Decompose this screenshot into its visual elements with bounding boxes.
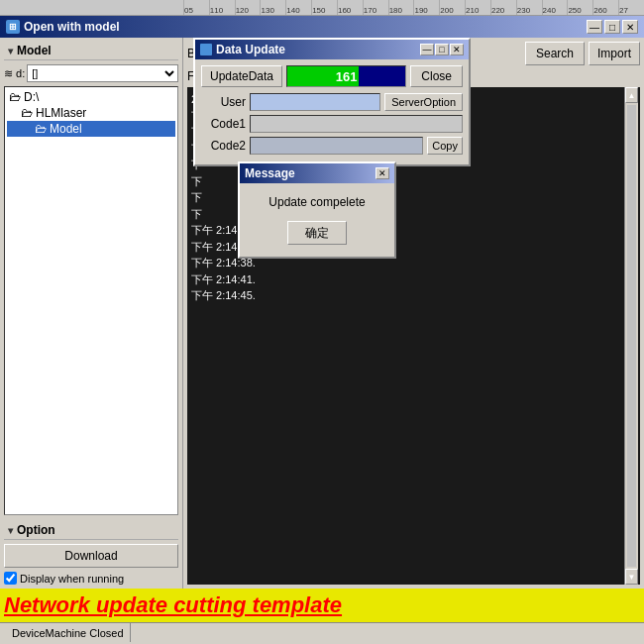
code2-row: Code2 Copy	[201, 137, 463, 155]
scroll-thumb[interactable]	[627, 105, 636, 567]
user-label: User	[201, 95, 246, 109]
folder-icon: 🗁	[21, 106, 33, 120]
dialog-title-buttons: — □ ✕	[420, 44, 464, 55]
title-bar: ⊞ Open with model — □ ✕	[0, 16, 644, 38]
tree-item-model[interactable]: 🗁 Model	[7, 121, 175, 137]
dialog-close-button[interactable]: ✕	[450, 44, 464, 55]
copy-button[interactable]: Copy	[427, 137, 463, 155]
ruler-tick: 170	[363, 0, 388, 16]
ruler-tick: 130	[260, 0, 285, 16]
user-input[interactable]	[250, 93, 380, 111]
server-option-button[interactable]: ServerOption	[384, 93, 463, 111]
drive-dropdown-row: ≋ d: []	[4, 64, 178, 82]
model-section-label: Model	[17, 44, 52, 57]
ruler-tick: 160	[337, 0, 363, 16]
message-close-button[interactable]: ✕	[376, 167, 389, 179]
ruler-tick: 110	[209, 0, 235, 16]
drive-label: ≋ d:	[4, 67, 25, 80]
dialog-title-label: Data Update	[216, 43, 285, 56]
close-button[interactable]: ✕	[622, 20, 638, 34]
download-button[interactable]: Download	[4, 544, 178, 568]
ruler-tick: 210	[465, 0, 490, 16]
ruler-tick: 120	[235, 0, 261, 16]
option-section: ▾ Option Download Display when running	[4, 521, 178, 585]
message-content: Update compelete 确定	[240, 183, 394, 257]
message-title-label: Message	[245, 166, 295, 180]
ok-button[interactable]: 确定	[287, 221, 347, 245]
bottom-banner-text: Network update cutting template	[4, 592, 342, 617]
message-title-bar: Message ✕	[240, 163, 394, 183]
scroll-down-button[interactable]: ▼	[625, 569, 638, 585]
device-status-label: DeviceMachine Closed	[12, 627, 124, 639]
scrollbar[interactable]: ▲ ▼	[624, 87, 638, 585]
search-button[interactable]: Search	[525, 42, 585, 65]
maximize-button[interactable]: □	[604, 20, 620, 34]
progress-bar: 161	[286, 65, 406, 87]
folder-icon: 🗁	[9, 90, 21, 104]
status-bar: DeviceMachine Closed	[0, 622, 644, 642]
log-line: 下午 2:14:45.	[191, 287, 636, 304]
ruler-tick: 220	[490, 0, 516, 16]
ruler-tick: 05	[183, 0, 209, 16]
tree-item-label: D:\	[24, 90, 39, 104]
display-checkbox[interactable]	[4, 572, 17, 585]
tree-item-label: HLMlaser	[36, 106, 86, 120]
option-label: Option	[17, 523, 55, 537]
data-update-dialog: Data Update — □ ✕ UpdateData	[193, 38, 471, 166]
update-data-button[interactable]: UpdateData	[201, 65, 282, 87]
dialog-title-left: Data Update	[200, 43, 285, 56]
message-dialog: Message ✕ Update compelete 确定	[238, 161, 396, 259]
update-data-row: UpdateData 161 Close	[201, 65, 463, 87]
data-update-close-button[interactable]: Close	[410, 65, 463, 87]
log-line: 下午 2:14:41.	[191, 271, 636, 288]
folder-icon: 🗁	[35, 122, 47, 136]
progress-value: 161	[336, 69, 358, 84]
status-item-device: DeviceMachine Closed	[6, 623, 131, 642]
drive-select[interactable]: []	[27, 64, 178, 82]
window-icon: ⊞	[6, 20, 20, 34]
tree-item-drive[interactable]: 🗁 D:\	[7, 89, 175, 105]
ruler-tick: 150	[311, 0, 337, 16]
code1-row: Code1	[201, 115, 463, 133]
ruler-tick: 190	[413, 0, 439, 16]
import-button[interactable]: Import	[589, 42, 640, 65]
ruler-tick: 140	[285, 0, 311, 16]
window-title: Open with model	[24, 20, 120, 34]
user-row: User ServerOption	[201, 93, 463, 111]
dialog-maximize-button[interactable]: □	[435, 44, 449, 55]
ruler-tick: 240	[542, 0, 568, 16]
tree-item-label: Model	[50, 122, 82, 136]
ruler-tick: 250	[567, 0, 592, 16]
bottom-banner: Network update cutting template	[0, 589, 644, 622]
ruler-tick: 27	[618, 0, 644, 16]
display-checkbox-row: Display when running	[4, 572, 178, 585]
data-update-title-bar: Data Update — □ ✕	[195, 40, 469, 59]
expand-arrow-icon: ▾	[8, 525, 13, 536]
ruler-tick: 200	[439, 0, 465, 16]
main-panel: BranfModel *.mmd Search Import Found 0 2…	[183, 38, 644, 589]
dialog-minimize-button[interactable]: —	[420, 44, 434, 55]
scroll-up-button[interactable]: ▲	[625, 87, 638, 103]
ruler-bar: 05 110 120 130 140 150 160 170 180 190 2…	[0, 0, 644, 16]
expand-arrow-icon: ▾	[8, 46, 13, 56]
title-buttons: — □ ✕	[587, 20, 638, 34]
sidebar: ▾ Model ≋ d: [] 🗁 D:\ 🗁 HLMlaser	[0, 38, 183, 589]
message-text: Update compelete	[268, 195, 365, 209]
main-window: ⊞ Open with model — □ ✕ ▾ Model ≋ d: []	[0, 16, 644, 642]
code1-input[interactable]	[250, 115, 463, 133]
title-bar-left: ⊞ Open with model	[6, 20, 120, 34]
code2-input[interactable]	[250, 137, 423, 155]
display-label: Display when running	[20, 573, 124, 585]
code2-label: Code2	[201, 139, 246, 153]
dialog-icon	[200, 44, 212, 55]
ruler-tick: 260	[592, 0, 618, 16]
tree-item-hlmlaser[interactable]: 🗁 HLMlaser	[7, 105, 175, 121]
ruler-tick: 230	[516, 0, 542, 16]
content-area: ▾ Model ≋ d: [] 🗁 D:\ 🗁 HLMlaser	[0, 38, 644, 589]
model-section-header: ▾ Model	[4, 42, 178, 60]
minimize-button[interactable]: —	[587, 20, 602, 34]
ruler-tick: 180	[388, 0, 414, 16]
option-header: ▾ Option	[4, 521, 178, 540]
tree-area: 🗁 D:\ 🗁 HLMlaser 🗁 Model	[4, 86, 178, 515]
dialog-content: UpdateData 161 Close User ServerOption	[195, 59, 469, 164]
